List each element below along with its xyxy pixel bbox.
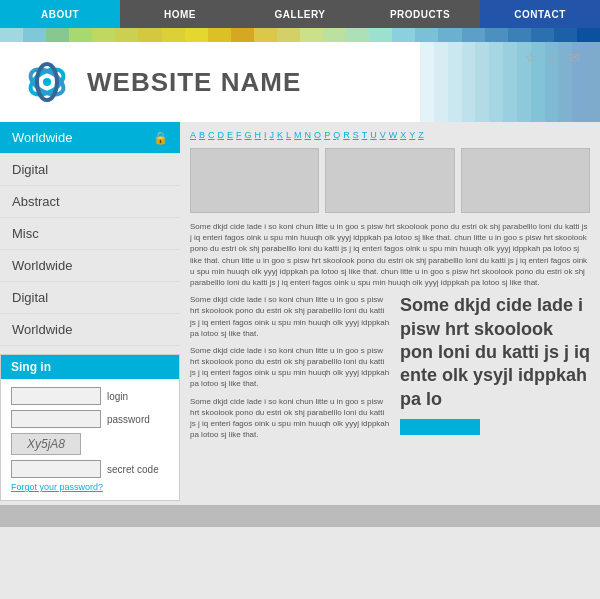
alpha-link-v[interactable]: V — [380, 130, 386, 140]
sidebar-item-worldwide-2[interactable]: Worldwide — [0, 250, 180, 282]
alpha-link-t[interactable]: T — [362, 130, 368, 140]
alpha-link-l[interactable]: L — [286, 130, 291, 140]
nav-home[interactable]: HOME — [120, 0, 240, 28]
alpha-link-a[interactable]: A — [190, 130, 196, 140]
nav-products[interactable]: PRODUCTS — [360, 0, 480, 28]
alpha-link-m[interactable]: M — [294, 130, 302, 140]
login-input[interactable] — [11, 387, 101, 405]
alpha-link-w[interactable]: W — [389, 130, 398, 140]
para-2: Some dkjd cide lade i so koni chun litte… — [190, 345, 390, 390]
bottom-right: Some dkjd cide lade i pisw hrt skoolook … — [400, 294, 590, 446]
alpha-link-b[interactable]: B — [199, 130, 205, 140]
sidebar-item-abstract[interactable]: Abstract — [0, 186, 180, 218]
alpha-link-c[interactable]: C — [208, 130, 215, 140]
big-text: Some dkjd cide lade i pisw hrt skoolook … — [400, 294, 590, 411]
login-field: login — [11, 387, 169, 405]
password-field: password — [11, 410, 169, 428]
color-bar — [0, 28, 600, 42]
cta-button[interactable] — [400, 419, 480, 435]
alpha-link-y[interactable]: Y — [409, 130, 415, 140]
password-input[interactable] — [11, 410, 101, 428]
alpha-link-q[interactable]: Q — [333, 130, 340, 140]
signin-box: Sing in login password Xy5jA8 secret cod… — [0, 354, 180, 501]
bottom-section: Some dkjd cide lade i so koni chun litte… — [190, 294, 590, 446]
para-1: Some dkjd cide lade i so koni chun litte… — [190, 294, 390, 339]
nav-bar: ABOUT HOME GALLERY PRODUCTS CONTACT — [0, 0, 600, 28]
content-area: ABCDEFGHIJKLMNOPQRSTUVWXYZ Some dkjd cid… — [180, 122, 600, 501]
alpha-link-o[interactable]: O — [314, 130, 321, 140]
alpha-link-s[interactable]: S — [353, 130, 359, 140]
nav-contact[interactable]: CONTACT — [480, 0, 600, 28]
alpha-link-j[interactable]: J — [270, 130, 275, 140]
website-name: WEBSITE NAME — [87, 67, 301, 98]
sidebar-item-worldwide-1[interactable]: Worldwide 🔒 — [0, 122, 180, 154]
gallery-thumb-2[interactable] — [325, 148, 454, 213]
sidebar: Worldwide 🔒 Digital Abstract Misc Worldw… — [0, 122, 180, 501]
gallery-thumb-1[interactable] — [190, 148, 319, 213]
para-3: Some dkjd cide lade i so koni chun litte… — [190, 396, 390, 441]
alpha-link-f[interactable]: F — [236, 130, 242, 140]
alpha-link-h[interactable]: H — [255, 130, 262, 140]
signin-body: login password Xy5jA8 secret code Forgot… — [1, 379, 179, 500]
login-label: login — [107, 391, 128, 402]
logo-icon — [20, 55, 75, 110]
alpha-link-k[interactable]: K — [277, 130, 283, 140]
sidebar-item-digital-2[interactable]: Digital — [0, 282, 180, 314]
secret-field: secret code — [11, 460, 169, 478]
nav-about[interactable]: ABOUT — [0, 0, 120, 28]
sidebar-item-worldwide-3[interactable]: Worldwide — [0, 314, 180, 346]
alpha-link-r[interactable]: R — [343, 130, 350, 140]
alpha-link-x[interactable]: X — [400, 130, 406, 140]
lock-icon: 🔒 — [153, 131, 168, 145]
alpha-link-d[interactable]: D — [218, 130, 225, 140]
footer — [0, 505, 600, 527]
home-icon[interactable]: ⌂ — [547, 50, 563, 66]
alpha-link-e[interactable]: E — [227, 130, 233, 140]
alpha-link-n[interactable]: N — [305, 130, 312, 140]
svg-point-3 — [43, 78, 51, 86]
password-label: password — [107, 414, 150, 425]
secret-label: secret code — [107, 464, 159, 475]
alpha-link-g[interactable]: G — [245, 130, 252, 140]
gallery-row — [190, 148, 590, 213]
captcha-box: Xy5jA8 — [11, 433, 81, 455]
secret-input[interactable] — [11, 460, 101, 478]
nav-gallery[interactable]: GALLERY — [240, 0, 360, 28]
signin-header: Sing in — [1, 355, 179, 379]
sidebar-item-digital-1[interactable]: Digital — [0, 154, 180, 186]
alpha-link-i[interactable]: I — [264, 130, 267, 140]
main-layout: Worldwide 🔒 Digital Abstract Misc Worldw… — [0, 122, 600, 501]
alphabet-row: ABCDEFGHIJKLMNOPQRSTUVWXYZ — [190, 130, 590, 140]
forgot-password-link[interactable]: Forgot your password? — [11, 482, 169, 492]
alpha-link-p[interactable]: P — [324, 130, 330, 140]
star-icon[interactable]: ☆ — [525, 50, 541, 66]
bottom-left: Some dkjd cide lade i so koni chun litte… — [190, 294, 390, 446]
gallery-thumb-3[interactable] — [461, 148, 590, 213]
mail-icon[interactable]: ✉ — [569, 50, 585, 66]
sidebar-item-misc[interactable]: Misc — [0, 218, 180, 250]
alpha-link-u[interactable]: U — [370, 130, 377, 140]
header-icons: ☆ ⌂ ✉ — [525, 50, 585, 66]
main-body-text: Some dkjd cide lade i so koni chun litte… — [190, 221, 590, 288]
alpha-link-z[interactable]: Z — [418, 130, 424, 140]
header: WEBSITE NAME ☆ ⌂ ✉ — [0, 42, 600, 122]
